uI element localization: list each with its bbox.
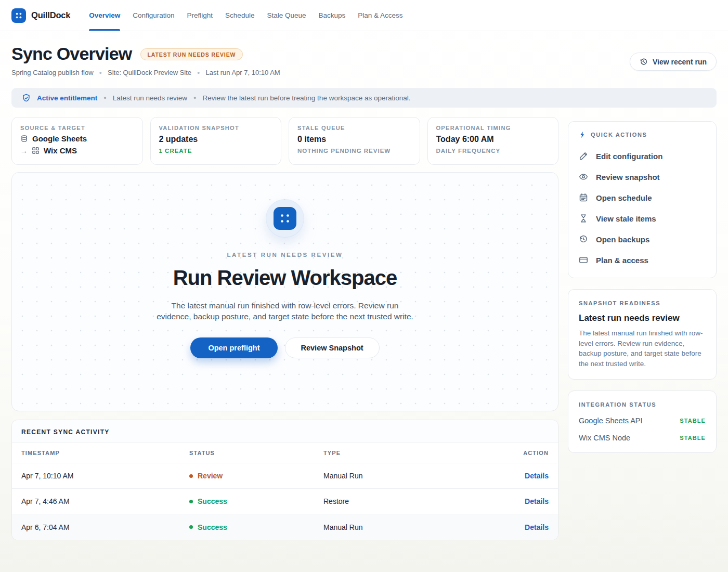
dot-separator: ● xyxy=(99,70,102,75)
stat-cards-row: SOURCE & TARGET Google Sheets → Wix CMS xyxy=(11,117,558,165)
app-grid-icon xyxy=(274,207,296,230)
run-review-workspace-panel: LATEST RUN NEEDS REVIEW Run Review Works… xyxy=(11,172,558,411)
stat-label: OPERATIONAL TIMING xyxy=(436,125,550,131)
quick-action-open-backups[interactable]: Open backups xyxy=(579,229,706,250)
banner-title: Active entitlement xyxy=(37,94,97,102)
table-header-row: TIMESTAMP STATUS TYPE ACTION xyxy=(12,443,558,463)
dot-separator: ● xyxy=(197,70,200,75)
column-header-timestamp: TIMESTAMP xyxy=(21,450,189,456)
details-link[interactable]: Details xyxy=(502,472,549,480)
details-link[interactable]: Details xyxy=(502,523,549,531)
open-preflight-button[interactable]: Open preflight xyxy=(190,337,277,358)
nav-tab-schedule[interactable]: Schedule xyxy=(219,0,261,31)
entitlement-banner: Active entitlement ● Latest run needs re… xyxy=(11,88,717,108)
details-link[interactable]: Details xyxy=(502,497,549,505)
view-recent-run-button[interactable]: View recent run xyxy=(630,53,717,71)
site-name: Site: QuillDock Preview Site xyxy=(108,69,191,76)
quick-action-review-snapshot[interactable]: Review snapshot xyxy=(579,166,706,187)
nav-tab-configuration[interactable]: Configuration xyxy=(126,0,180,31)
integration-name: Wix CMS Node xyxy=(579,434,630,442)
hourglass-icon xyxy=(579,214,588,223)
quick-action-plan-access[interactable]: Plan & access xyxy=(579,250,706,270)
integration-status-card: INTEGRATION STATUS Google Sheets API STA… xyxy=(568,391,717,453)
dot-separator: ● xyxy=(103,95,106,100)
snapshot-readiness-body: The latest manual run finished with row-… xyxy=(579,328,706,369)
workspace-icon-circle xyxy=(266,200,304,237)
page-title: Sync Overview xyxy=(11,44,132,64)
top-navigation-bar: QuillDock Overview Configuration Preflig… xyxy=(0,0,728,31)
cell-timestamp: Apr 7, 4:46 AM xyxy=(21,497,189,505)
quick-actions-title: QUICK ACTIONS xyxy=(591,132,647,138)
credit-card-icon xyxy=(579,255,588,265)
dot-separator: ● xyxy=(193,95,196,100)
integration-status-label: INTEGRATION STATUS xyxy=(579,401,706,408)
flow-name: Spring Catalog publish flow xyxy=(11,69,94,76)
integration-name: Google Sheets API xyxy=(579,417,643,425)
quick-actions-card: QUICK ACTIONS Edit configuration Review … xyxy=(568,121,717,278)
nav-tab-plan-access[interactable]: Plan & Access xyxy=(352,0,409,31)
cell-type: Restore xyxy=(323,497,502,505)
snapshot-readiness-label: SNAPSHOT READINESS xyxy=(579,300,706,306)
banner-message: Review the latest run before treating th… xyxy=(203,94,411,102)
table-row: Apr 6, 7:04 AM Success Manual Run Detail… xyxy=(12,514,558,540)
database-icon xyxy=(20,135,28,142)
banner-status: Latest run needs review xyxy=(113,94,187,102)
snapshot-readiness-card: SNAPSHOT READINESS Latest run needs revi… xyxy=(568,289,717,380)
cell-status: Review xyxy=(189,472,323,480)
history-icon xyxy=(579,235,588,244)
app-logo-icon[interactable] xyxy=(11,8,26,23)
cell-type: Manual Run xyxy=(323,472,502,480)
quick-action-edit-configuration[interactable]: Edit configuration xyxy=(579,146,706,166)
stat-card-stale-queue: STALE QUEUE 0 items NOTHING PENDING REVI… xyxy=(289,117,420,165)
eye-icon xyxy=(579,172,588,181)
cell-timestamp: Apr 6, 7:04 AM xyxy=(21,523,189,531)
status-dot-icon xyxy=(189,474,193,478)
stat-label: VALIDATION SNAPSHOT xyxy=(159,125,273,131)
stat-label: SOURCE & TARGET xyxy=(20,125,134,131)
nav-tab-overview[interactable]: Overview xyxy=(83,0,126,31)
integration-row: Wix CMS Node STABLE xyxy=(579,434,706,442)
nav-tab-preflight[interactable]: Preflight xyxy=(181,0,219,31)
primary-nav: Overview Configuration Preflight Schedul… xyxy=(83,0,409,31)
column-header-type: TYPE xyxy=(323,450,502,456)
pencil-icon xyxy=(579,151,588,161)
status-dot-icon xyxy=(189,500,193,503)
quick-action-open-schedule[interactable]: Open schedule xyxy=(579,187,706,208)
integration-status-badge: STABLE xyxy=(680,418,706,424)
status-dot-icon xyxy=(189,525,193,529)
recent-sync-activity-table: RECENT SYNC ACTIVITY TIMESTAMP STATUS TY… xyxy=(11,420,558,540)
history-icon xyxy=(640,58,648,66)
stat-card-operational-timing: OPERATIONAL TIMING Today 6:00 AM DAILY F… xyxy=(427,117,559,165)
status-badge: LATEST RUN NEEDS REVIEW xyxy=(140,48,243,60)
integration-status-badge: STABLE xyxy=(680,435,706,441)
review-snapshot-button[interactable]: Review Snapshot xyxy=(285,337,380,358)
stat-value: Today 6:00 AM xyxy=(436,135,550,144)
source-name: Google Sheets xyxy=(32,134,87,143)
column-header-action: ACTION xyxy=(502,450,549,456)
nav-tab-backups[interactable]: Backups xyxy=(312,0,352,31)
brand-name: QuillDock xyxy=(31,10,70,20)
cell-status: Success xyxy=(189,497,323,505)
page-header: Sync Overview LATEST RUN NEEDS REVIEW Sp… xyxy=(11,44,717,76)
last-run-time: Last run Apr 7, 10:10 AM xyxy=(206,69,280,76)
table-row: Apr 7, 10:10 AM Review Manual Run Detail… xyxy=(12,463,558,489)
shield-check-icon xyxy=(22,94,31,102)
column-header-status: STATUS xyxy=(189,450,323,456)
breadcrumb: Spring Catalog publish flow ● Site: Quil… xyxy=(11,69,280,76)
hero-description: The latest manual run finished with row-… xyxy=(156,300,414,322)
stat-sub: 1 CREATE xyxy=(159,148,273,154)
quick-action-view-stale-items[interactable]: View stale items xyxy=(579,208,706,229)
lightning-bolt-icon xyxy=(579,131,586,138)
hero-title: Run Review Workspace xyxy=(173,266,397,290)
table-row: Apr 7, 4:46 AM Success Restore Details xyxy=(12,489,558,514)
stat-card-source-target: SOURCE & TARGET Google Sheets → Wix CMS xyxy=(11,117,143,165)
nav-tab-stale-queue[interactable]: Stale Queue xyxy=(261,0,312,31)
stat-sub: NOTHING PENDING REVIEW xyxy=(297,148,411,154)
stat-label: STALE QUEUE xyxy=(297,125,411,131)
cell-timestamp: Apr 7, 10:10 AM xyxy=(21,472,189,480)
calendar-icon xyxy=(579,193,588,202)
stat-value: 2 updates xyxy=(159,135,273,144)
grid-icon xyxy=(32,147,40,154)
cell-status: Success xyxy=(189,523,323,531)
target-name: Wix CMS xyxy=(44,146,77,155)
